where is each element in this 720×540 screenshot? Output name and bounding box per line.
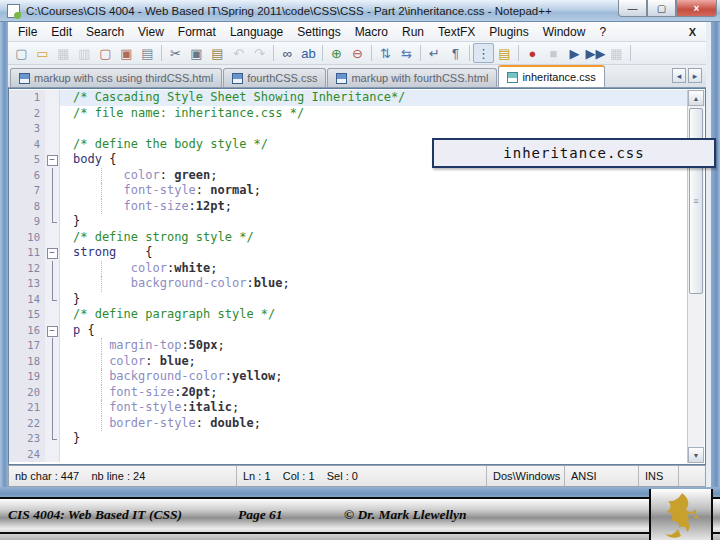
menu-plugins[interactable]: Plugins — [482, 22, 535, 42]
code-line[interactable]: 22 border-style: double; — [9, 416, 705, 432]
menu-view[interactable]: View — [131, 22, 171, 42]
word-wrap-button[interactable]: ↵ — [424, 43, 445, 63]
tab-scroll-left-button[interactable]: ◂ — [672, 68, 686, 83]
menu-?[interactable]: ? — [592, 22, 613, 42]
sync-horizontal-scroll-button[interactable]: ⇆ — [396, 43, 417, 63]
copy-icon: ▣ — [190, 47, 202, 60]
undo-button[interactable]: ↶ — [228, 43, 249, 63]
playback-macro-icon: ▶ — [570, 47, 580, 60]
maximize-button[interactable]: ▢ — [647, 0, 676, 17]
code-line[interactable]: 21 font-style:italic; — [9, 400, 705, 416]
menu-format[interactable]: Format — [171, 22, 223, 42]
scrollbar-thumb[interactable]: ≡ — [689, 108, 703, 294]
line-number: 9 — [9, 214, 45, 230]
tab-inheritance-css[interactable]: inheritance.css — [498, 65, 604, 87]
zoom-in-button[interactable]: ⊕ — [326, 43, 347, 63]
code-line[interactable]: 18 color: blue; — [9, 354, 705, 370]
code-line[interactable]: 13 background-color:blue; — [9, 276, 705, 292]
tab-markup-with-fourthcss-html[interactable]: markup with fourthCSS.html — [327, 68, 497, 87]
menu-language[interactable]: Language — [223, 22, 290, 42]
tab-fourthcss-css[interactable]: fourthCSS.css — [223, 68, 326, 87]
footer-logo-box — [649, 489, 713, 540]
code-line[interactable]: 24 — [9, 447, 705, 463]
run-macro-multiple-times-button[interactable]: ▶▶ — [585, 43, 606, 63]
mdi-close-icon[interactable]: X — [689, 26, 696, 38]
menu-textfx[interactable]: TextFX — [431, 22, 482, 42]
save-all-button[interactable]: ▥ — [74, 43, 95, 63]
code-line[interactable]: 2/* file name: inheritance.css */ — [9, 106, 705, 122]
copy-button[interactable]: ▣ — [186, 43, 207, 63]
save-all-icon: ▥ — [78, 47, 90, 60]
fold-margin — [45, 447, 60, 463]
tab-scroll-right-button[interactable]: ▸ — [688, 68, 702, 83]
code-line[interactable]: 10/* define strong style */ — [9, 230, 705, 246]
code-line[interactable]: 16p { — [9, 323, 705, 339]
code-line[interactable]: 8 font-size:12pt; — [9, 199, 705, 215]
fold-margin — [45, 230, 60, 246]
zoom-out-button[interactable]: ⊖ — [347, 43, 368, 63]
code-line[interactable]: 1/* Cascading Style Sheet Showing Inheri… — [9, 90, 705, 106]
open-file-button[interactable]: ▭ — [32, 43, 53, 63]
menu-window[interactable]: Window — [536, 22, 593, 42]
replace-button[interactable]: ab — [298, 43, 319, 63]
start-recording-button[interactable]: ● — [522, 43, 543, 63]
close-button[interactable]: ▢ — [95, 43, 116, 63]
status-doc-stats: nb char : 447 nb line : 24 — [9, 466, 237, 486]
fold-margin — [45, 385, 60, 401]
code-line[interactable]: 14} — [9, 292, 705, 308]
title-bar[interactable]: C:\Courses\CIS 4004 - Web Based IT\Sprin… — [0, 0, 720, 22]
line-number: 24 — [9, 447, 45, 463]
code-line[interactable]: 7 font-style: normal; — [9, 183, 705, 199]
print-button[interactable]: ▤ — [137, 43, 158, 63]
line-number: 17 — [9, 338, 45, 354]
playback-macro-button[interactable]: ▶ — [564, 43, 585, 63]
fold-collapse-icon[interactable] — [45, 152, 60, 168]
paste-button[interactable]: ▤ — [207, 43, 228, 63]
close-button[interactable]: × — [676, 0, 717, 17]
cut-button[interactable]: ✂ — [165, 43, 186, 63]
menu-file[interactable]: File — [11, 22, 44, 42]
code-line[interactable]: 15/* define paragraph style */ — [9, 307, 705, 323]
stop-recording-button[interactable]: ■ — [543, 43, 564, 63]
code-text: border-style: double; — [60, 416, 705, 432]
scroll-down-icon[interactable]: ▼ — [688, 447, 704, 463]
menu-run[interactable]: Run — [395, 22, 431, 42]
close-all-button[interactable]: ▣ — [116, 43, 137, 63]
toolbar-separator — [518, 45, 519, 61]
fold-collapse-icon[interactable] — [45, 245, 60, 261]
find-button[interactable]: ∞ — [277, 43, 298, 63]
line-number: 23 — [9, 431, 45, 447]
minimize-button[interactable]: — — [618, 0, 647, 17]
save-button[interactable]: ▦ — [53, 43, 74, 63]
code-text: background-color:blue; — [60, 276, 705, 292]
toolbar-separator — [469, 45, 470, 61]
code-line[interactable]: 6 color: green; — [9, 168, 705, 184]
save-recorded-macro-button[interactable]: ▦ — [606, 43, 627, 63]
scroll-up-icon[interactable]: ▲ — [688, 90, 704, 106]
code-line[interactable]: 19 background-color:yellow; — [9, 369, 705, 385]
code-line[interactable]: 11strong { — [9, 245, 705, 261]
find-icon: ∞ — [283, 47, 292, 60]
sync-vertical-scroll-button[interactable]: ⇅ — [375, 43, 396, 63]
code-line[interactable]: 23} — [9, 431, 705, 447]
menu-settings[interactable]: Settings — [290, 22, 347, 42]
code-line[interactable]: 3 — [9, 121, 705, 137]
line-number: 4 — [9, 137, 45, 153]
fold-collapse-icon[interactable] — [45, 323, 60, 339]
code-line[interactable]: 20 font-size:20pt; — [9, 385, 705, 401]
menu-macro[interactable]: Macro — [348, 22, 395, 42]
redo-button[interactable]: ↷ — [249, 43, 270, 63]
menu-edit[interactable]: Edit — [44, 22, 79, 42]
new-file-button[interactable]: ▢ — [11, 43, 32, 63]
tab-markup-with-css-using-thirdcss-html[interactable]: markup with css using thirdCSS.html — [10, 68, 222, 87]
code-line[interactable]: 12 color:white; — [9, 261, 705, 277]
menu-search[interactable]: Search — [79, 22, 131, 42]
user-defined-dialog-button[interactable]: ▤ — [494, 43, 515, 63]
code-line[interactable]: 17 margin-top:50px; — [9, 338, 705, 354]
start-recording-icon: ● — [529, 47, 537, 60]
show-all-characters-button[interactable]: ¶ — [445, 43, 466, 63]
menu-bar: FileEditSearchViewFormatLanguageSettings… — [8, 22, 706, 42]
code-text: /* Cascading Style Sheet Showing Inherit… — [60, 90, 705, 106]
show-indent-guide-button[interactable]: ⋮ — [473, 43, 494, 63]
code-line[interactable]: 9} — [9, 214, 705, 230]
